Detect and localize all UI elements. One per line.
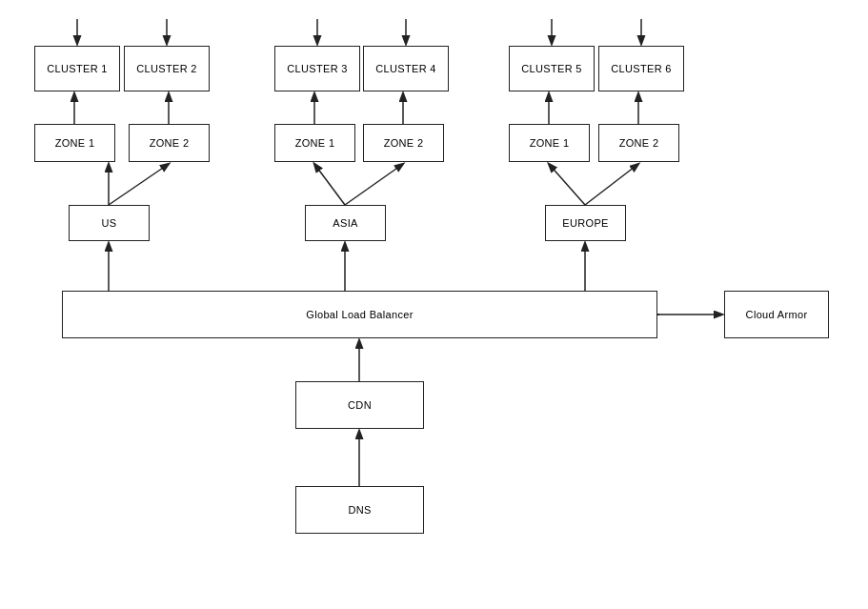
zone1-us-box: ZONE 1: [34, 124, 115, 162]
us-box: US: [69, 205, 150, 241]
cluster1-box: CLUSTER 1: [34, 46, 120, 91]
asia-box: ASIA: [305, 205, 386, 241]
cdn-box: CDN: [295, 381, 424, 429]
zone2-us-box: ZONE 2: [129, 124, 210, 162]
cluster5-box: CLUSTER 5: [509, 46, 595, 91]
cluster3-box: CLUSTER 3: [274, 46, 360, 91]
zone2-eu-box: ZONE 2: [598, 124, 679, 162]
zone1-asia-box: ZONE 1: [274, 124, 355, 162]
europe-box: EUROPE: [545, 205, 626, 241]
zone1-eu-box: ZONE 1: [509, 124, 590, 162]
svg-line-17: [585, 164, 638, 205]
cluster2-box: CLUSTER 2: [124, 46, 210, 91]
cluster6-box: CLUSTER 6: [598, 46, 684, 91]
cloudarmor-box: Cloud Armor: [724, 291, 829, 338]
architecture-diagram: CLUSTER 1 CLUSTER 2 CLUSTER 3 CLUSTER 4 …: [0, 0, 868, 609]
svg-line-15: [345, 164, 403, 205]
glb-box: Global Load Balancer: [62, 291, 657, 338]
zone2-asia-box: ZONE 2: [363, 124, 444, 162]
svg-line-14: [314, 164, 345, 205]
cluster4-box: CLUSTER 4: [363, 46, 449, 91]
dns-box: DNS: [295, 486, 424, 534]
svg-line-16: [549, 164, 585, 205]
svg-line-13: [109, 164, 169, 205]
